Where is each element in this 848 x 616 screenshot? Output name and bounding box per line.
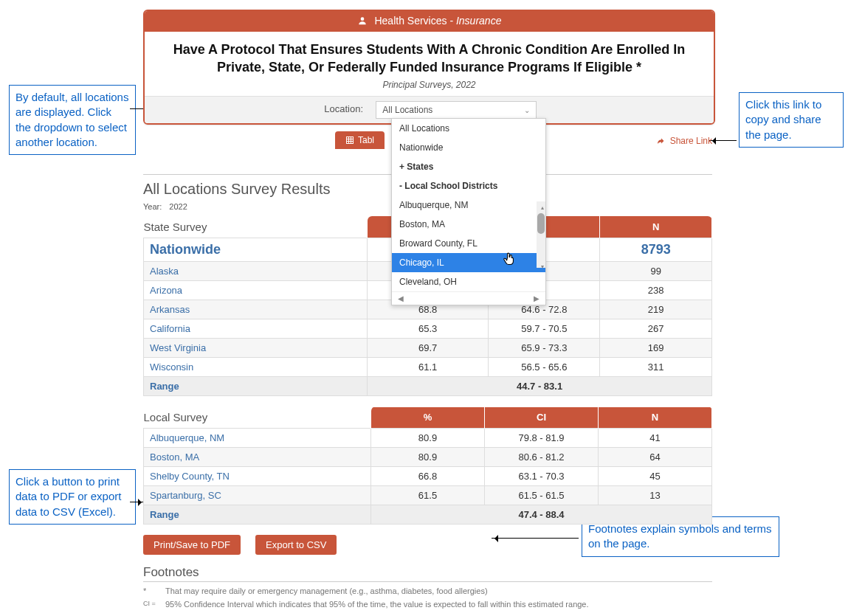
footnote-text: 95% Confidence Interval which indicates … (165, 600, 589, 609)
cell: 80.9 (371, 448, 485, 467)
local-caption: Local Survey (144, 406, 371, 429)
col-ci: CI (485, 406, 599, 429)
location-options-panel: All Locations Nationwide + States - Loca… (391, 118, 546, 305)
question-card: Health Services - Insurance Have A Proto… (143, 10, 715, 125)
cell: 267 (600, 319, 712, 338)
scrollbar-track[interactable] (537, 201, 545, 268)
nav-right-icon[interactable]: ▶ (534, 294, 540, 302)
cell: 13 (599, 486, 712, 505)
cell: 65.9 - 73.3 (489, 338, 600, 357)
scrollbar-thumb[interactable] (537, 213, 545, 234)
cell: 56.5 - 65.6 (489, 357, 600, 376)
question-title: Have A Protocol That Ensures Students Wi… (145, 32, 714, 80)
footnote-row: CI = 95% Confidence Interval which indic… (143, 600, 712, 609)
state-name[interactable]: Alaska (144, 261, 368, 280)
tab-table[interactable]: Tabl (335, 131, 385, 149)
svg-rect-1 (347, 137, 354, 144)
tab-table-label: Tabl (358, 135, 374, 145)
cursor-pointer-icon (502, 251, 517, 269)
option-district[interactable]: Boston, MA (392, 215, 545, 234)
question-subtitle: Principal Surveys, 2022 (145, 80, 714, 96)
footnote-row: * That may require daily or emergency ma… (143, 586, 712, 595)
range-value: 47.4 - 88.4 (371, 505, 712, 525)
group-states[interactable]: + States (392, 157, 545, 176)
callout-share: Click this link to copy and share the pa… (739, 92, 844, 148)
cell: 63.1 - 70.3 (485, 467, 599, 486)
state-caption: State Survey (144, 216, 368, 238)
print-pdf-button[interactable]: Print/Save to PDF (143, 535, 241, 555)
location-dropdown[interactable]: All Locations ⌄ (376, 101, 537, 119)
option-district[interactable]: Cleveland, OH (392, 272, 545, 291)
group-local-districts[interactable]: - Local School Districts (392, 176, 545, 195)
option-nationwide[interactable]: Nationwide (392, 138, 545, 157)
cell: 41 (599, 429, 712, 448)
col-n: N (600, 216, 712, 238)
cell: 311 (600, 357, 712, 376)
horizontal-nav: ◀ ▶ (392, 291, 545, 305)
share-icon (656, 136, 665, 145)
nav-left-icon[interactable]: ◀ (398, 294, 404, 302)
state-name[interactable]: California (144, 319, 368, 338)
option-district[interactable]: Broward County, FL (392, 234, 545, 253)
local-survey-table: Local Survey % CI N Albuquerque, NM80.97… (143, 406, 712, 525)
arrow-share (709, 140, 737, 141)
cell: 65.3 (368, 319, 489, 338)
cell: 238 (600, 280, 712, 300)
row-nationwide-n: 8793 (600, 238, 712, 261)
cell: 99 (600, 261, 712, 280)
export-csv-button[interactable]: Export to CSV (255, 535, 337, 555)
share-link[interactable]: Share Link (656, 136, 712, 146)
arrow-export (130, 502, 145, 502)
footnote-symbol: CI = (143, 600, 158, 609)
cell: 61.1 (368, 357, 489, 376)
footnote-text: That may require daily or emergency mana… (165, 586, 488, 595)
chevron-down-icon: ⌄ (524, 105, 530, 114)
footnote-symbol: * (143, 586, 158, 595)
location-label: Location: (322, 103, 366, 114)
row-nationwide-name[interactable]: Nationwide (144, 238, 368, 261)
option-all-locations[interactable]: All Locations (392, 119, 545, 138)
table-icon (345, 136, 354, 145)
category-label: Health Services - Insurance (374, 15, 501, 27)
cell: 69.7 (368, 338, 489, 357)
cell: 61.5 (371, 486, 485, 505)
local-name[interactable]: Albuquerque, NM (144, 429, 371, 448)
range-label: Range (144, 376, 368, 395)
option-district-highlighted[interactable]: Chicago, IL (392, 253, 545, 272)
cell: 61.5 - 61.5 (485, 486, 599, 505)
svg-point-0 (360, 17, 364, 21)
local-name[interactable]: Boston, MA (144, 448, 371, 467)
callout-export: Click a button to print data to PDF or e… (9, 469, 136, 525)
cell: 80.6 - 81.2 (485, 448, 599, 467)
col-pct: % (371, 406, 485, 429)
cell: 169 (600, 338, 712, 357)
range-value: 44.7 - 83.1 (368, 376, 712, 395)
option-district[interactable]: Albuquerque, NM (392, 195, 545, 215)
col-n: N (599, 406, 712, 429)
range-label: Range (144, 505, 371, 525)
card-header: Health Services - Insurance (145, 11, 714, 32)
footnotes-heading: Footnotes (143, 565, 712, 580)
callout-location: By default, all locations are displayed.… (9, 85, 136, 155)
scroll-up-icon[interactable]: ▴ (541, 204, 544, 211)
person-icon (357, 15, 368, 28)
cell: 64 (599, 448, 712, 467)
cell: 59.7 - 70.5 (489, 319, 600, 338)
scroll-down-icon[interactable]: ▾ (541, 263, 544, 270)
cell: 66.8 (371, 467, 485, 486)
state-name[interactable]: Arkansas (144, 300, 368, 319)
local-name[interactable]: Shelby County, TN (144, 467, 371, 486)
local-name[interactable]: Spartanburg, SC (144, 486, 371, 505)
state-name[interactable]: Arizona (144, 280, 368, 300)
location-selected: All Locations (382, 105, 432, 115)
share-link-label: Share Link (670, 136, 712, 146)
cell: 219 (600, 300, 712, 319)
cell: 80.9 (371, 429, 485, 448)
cell: 45 (599, 467, 712, 486)
state-name[interactable]: Wisconsin (144, 357, 368, 376)
state-name[interactable]: West Virginia (144, 338, 368, 357)
cell: 79.8 - 81.9 (485, 429, 599, 448)
